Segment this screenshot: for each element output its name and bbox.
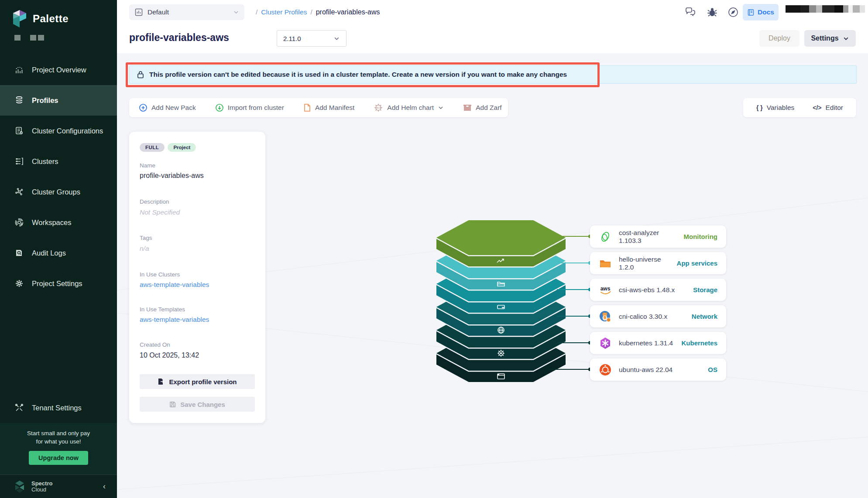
editor-button[interactable]: </> Editor <box>813 104 843 112</box>
audit-log-icon <box>14 248 24 258</box>
pack-row-hello-universe[interactable]: hello-universe 1.2.0 App services <box>590 252 726 274</box>
helm-wheel-icon: HELM <box>374 103 383 113</box>
in-use-clusters-link[interactable]: aws-template-variables <box>140 281 209 289</box>
ubuntu-icon <box>599 363 612 376</box>
export-profile-version-button[interactable]: Export profile version <box>140 374 255 389</box>
sidebar-item-label: Workspaces <box>32 218 71 227</box>
sidebar-item-cluster-groups[interactable]: Cluster Groups <box>0 177 117 207</box>
sidebar-item-cluster-configurations[interactable]: Cluster Configurations <box>0 116 117 146</box>
docs-button[interactable]: Docs <box>743 4 779 20</box>
pack-name: hello-universe 1.2.0 <box>619 256 670 271</box>
sidebar-item-tenant-settings[interactable]: Tenant Settings <box>0 392 117 423</box>
sidebar-footer: Spectro Cloud ‹ <box>0 474 117 498</box>
redacted-username <box>786 5 865 13</box>
spectro-cloud-logo <box>12 480 27 494</box>
created-on-value: 10 Oct 2025, 13:42 <box>140 351 199 359</box>
pack-row-csi-aws-ebs[interactable]: aws csi-aws-ebs 1.48.x Storage <box>590 279 726 301</box>
sidebar-item-clusters[interactable]: Clusters <box>0 146 117 177</box>
document-check-icon <box>14 126 24 136</box>
deploy-button[interactable]: Deploy <box>759 30 799 47</box>
pack-name: csi-aws-ebs 1.48.x <box>619 286 686 294</box>
pack-name: cni-calico 3.30.x <box>619 313 685 321</box>
pack-category: Storage <box>693 286 717 293</box>
save-changes-button[interactable]: Save Changes <box>140 397 255 412</box>
aws-icon: aws <box>599 283 612 297</box>
pack-row-ubuntu-aws[interactable]: ubuntu-aws 22.04 OS <box>590 358 726 381</box>
add-new-pack-button[interactable]: Add New Pack <box>139 103 196 112</box>
pack-toolbar: Add New Pack Import from cluster Add Man… <box>129 98 508 117</box>
upgrade-promo: Start small and only pay for what you us… <box>0 423 117 474</box>
manifest-file-icon <box>303 103 311 112</box>
created-on-label: Created On <box>140 341 170 348</box>
page-header: profile-variables-aws 2.11.0 Deploy Sett… <box>117 24 868 53</box>
in-use-templates-link[interactable]: aws-template-variables <box>140 316 209 324</box>
description-label: Description <box>140 198 169 205</box>
version-select[interactable]: 2.11.0 <box>277 30 347 47</box>
view-toolbar: { } Variables </> Editor <box>743 98 856 117</box>
tags-label: Tags <box>140 235 152 241</box>
feedback-chat-icon[interactable] <box>684 6 696 18</box>
pack-category: Monitoring <box>684 233 717 240</box>
lock-icon <box>137 70 144 79</box>
sidebar-item-label: Project Settings <box>32 280 82 288</box>
svg-text:aws: aws <box>600 286 611 292</box>
breadcrumb-link-cluster-profiles[interactable]: Cluster Profiles <box>261 8 307 16</box>
compass-icon[interactable] <box>727 6 739 18</box>
calico-icon <box>599 310 612 323</box>
pack-row-cni-calico[interactable]: cni-calico 3.30.x Network <box>590 305 726 327</box>
redacted-text <box>38 35 44 41</box>
breadcrumb: / Cluster Profiles / profile-variables-a… <box>256 0 380 24</box>
settings-button[interactable]: Settings <box>804 30 856 47</box>
tags-value: n/a <box>140 245 149 252</box>
sidebar: Palette Project Overview Profiles Cluste… <box>0 0 117 498</box>
user-menu[interactable] <box>786 5 868 13</box>
overview-chart-icon <box>14 65 24 75</box>
upgrade-now-button[interactable]: Upgrade now <box>29 451 88 465</box>
palette-logo: Palette <box>11 10 69 28</box>
svg-text:HELM: HELM <box>376 107 381 109</box>
braces-icon: { } <box>756 104 763 111</box>
sidebar-item-audit-logs[interactable]: Audit Logs <box>0 238 117 268</box>
book-icon <box>747 9 755 16</box>
locked-profile-banner: This profile version can't be edited bec… <box>129 65 857 84</box>
name-label: Name <box>140 162 155 169</box>
download-circle-icon <box>215 103 224 112</box>
connector-line <box>557 342 592 343</box>
code-icon: </> <box>813 104 821 111</box>
spectro-cloud-wordmark: Spectro Cloud <box>31 481 52 493</box>
add-zarf-button[interactable]: Add Zarf <box>463 104 501 112</box>
pack-name: kubernetes 1.31.4 <box>619 339 674 347</box>
in-use-templates-label: In Use Templates <box>140 306 185 313</box>
sidebar-collapse-arrow[interactable]: ‹ <box>103 482 106 491</box>
add-manifest-button[interactable]: Add Manifest <box>303 103 354 112</box>
add-helm-chart-button[interactable]: HELM Add Helm chart <box>374 103 444 113</box>
sidebar-item-workspaces[interactable]: Workspaces <box>0 207 117 238</box>
sidebar-item-label: Cluster Groups <box>32 188 80 196</box>
chevron-down-icon <box>438 105 444 111</box>
network-nodes-icon <box>14 187 24 197</box>
connector-line <box>557 263 592 263</box>
pack-name: cost-analyzer 1.103.3 <box>619 229 677 245</box>
sidebar-item-label: Audit Logs <box>32 249 66 257</box>
sidebar-item-project-overview[interactable]: Project Overview <box>0 55 117 85</box>
chevron-down-icon <box>333 35 340 42</box>
sidebar-item-project-settings[interactable]: Project Settings <box>0 268 117 299</box>
palette-logo-icon <box>11 10 28 28</box>
name-value: profile-variables-aws <box>140 172 204 180</box>
connector-line <box>549 369 592 370</box>
sidebar-item-label: Cluster Configurations <box>32 127 103 135</box>
save-icon <box>169 401 176 408</box>
breadcrumb-separator: / <box>310 8 312 16</box>
project-selector[interactable]: Default <box>129 4 244 20</box>
connector-line <box>557 316 592 317</box>
bug-report-icon[interactable] <box>706 6 718 18</box>
variables-button[interactable]: { } Variables <box>756 104 794 112</box>
import-from-cluster-button[interactable]: Import from cluster <box>215 103 284 112</box>
sidebar-item-profiles[interactable]: Profiles <box>0 85 117 116</box>
pack-row-cost-analyzer[interactable]: cost-analyzer 1.103.3 Monitoring <box>590 225 726 248</box>
in-use-clusters-label: In Use Clusters <box>140 271 180 278</box>
pack-row-kubernetes[interactable]: kubernetes 1.31.4 Kubernetes <box>590 332 726 354</box>
profile-layer-stack[interactable] <box>436 220 566 382</box>
export-icon <box>158 378 165 385</box>
brand-name: Palette <box>33 13 69 25</box>
